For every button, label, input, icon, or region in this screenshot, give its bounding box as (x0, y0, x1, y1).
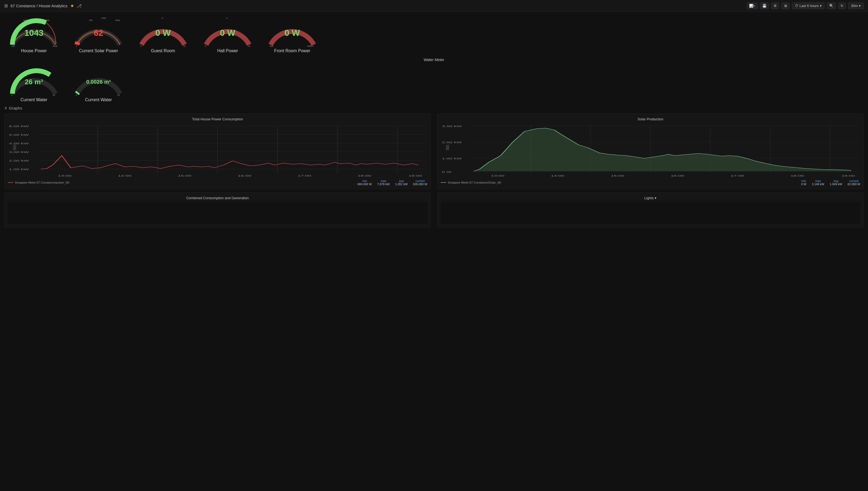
hall-power-gauge-svg: 0 5 10 0 W (201, 15, 254, 47)
header-right: 📊+ 💾 ⚙ 🖥 ⏱ Last 6 hours ▾ 🔍 ↻ 30m ▾ (747, 2, 864, 9)
lights-chart-placeholder (441, 202, 860, 224)
house-power-value: 1043 (24, 28, 43, 38)
chevron-down-lights-icon[interactable]: ▾ (655, 196, 656, 200)
stat-min-2: min 0 W (801, 179, 806, 186)
house-power-gauge-svg: 300 3000 5000 3008 1043 (7, 15, 61, 47)
legend-name-1: Smappee Meter:67 Constance(power_W) (15, 181, 69, 184)
svg-text:2.00 kW: 2.00 kW (442, 141, 462, 144)
svg-text:13:00: 13:00 (491, 174, 505, 177)
front-room-gauge-svg: 000 3098.4 0 W (265, 15, 319, 47)
zoom-button[interactable]: 🔍 (827, 2, 836, 9)
solar-chart-area: 3.00 kW 2.00 kW 1.00 kW 0 W 13:00 14 (441, 123, 860, 177)
refresh-button[interactable]: ↻ (838, 2, 846, 9)
svg-text:19:00: 19:00 (408, 174, 422, 177)
stat-max-1: max 7.878 kW (377, 179, 390, 186)
guest-room-label: Guest Room (151, 49, 175, 53)
stat-avg-1: avg 1.281 kW (395, 179, 407, 186)
main-content: 300 3000 5000 3008 1043 House Power 0 (0, 12, 868, 230)
svg-text:5: 5 (226, 17, 228, 19)
svg-text:0: 0 (11, 94, 13, 96)
svg-text:18:00: 18:00 (790, 174, 804, 177)
chart-plus-icon: 📊+ (749, 4, 755, 8)
legend-line-2 (441, 182, 446, 183)
time-range-label: Last 6 hours (799, 4, 819, 8)
svg-text:250: 250 (89, 19, 93, 22)
svg-text:1.00 kW: 1.00 kW (9, 168, 29, 171)
svg-text:19:00: 19:00 (841, 174, 855, 177)
water-row: 0 50 26 m³ Current Water 0 18 0.0026 m³ … (4, 64, 864, 102)
svg-text:10: 10 (183, 45, 186, 47)
graphs-section-label: Graphs (9, 106, 22, 110)
water-value-2: 0.0026 m³ (86, 79, 111, 85)
svg-text:0: 0 (205, 45, 206, 47)
svg-text:18: 18 (117, 94, 120, 96)
svg-text:3.00 kW: 3.00 kW (9, 151, 29, 153)
star-icon[interactable]: ★ (70, 3, 74, 8)
solar-chart-legend: Smappee Meter:67 Constance(Solar_W) min … (441, 179, 860, 186)
monitor-icon: 🖥 (784, 4, 787, 8)
svg-text:1500: 1500 (101, 17, 106, 19)
svg-text:0 W: 0 W (442, 171, 452, 173)
legend-name-2: Smappee Meter:67 Constance(Solar_W) (448, 181, 501, 184)
guest-room-gauge-svg: 0 5 10 0 W (136, 15, 190, 47)
graphs-header[interactable]: ∨ Graphs (4, 106, 864, 110)
legend-left-2: Smappee Meter:67 Constance(Solar_W) (441, 181, 501, 184)
stat-current-1: current 926.000 W (413, 179, 427, 186)
stat-min-1: min 684.000 W (358, 179, 372, 186)
water-gauge-2: 0 18 0.0026 m³ Current Water (69, 64, 128, 102)
svg-text:14:00: 14:00 (118, 174, 131, 177)
share-icon[interactable]: ⎇ (77, 3, 82, 8)
save-button[interactable]: 💾 (760, 2, 769, 9)
refresh-interval-button[interactable]: 30m ▾ (848, 2, 864, 9)
guest-room-gauge: 0 5 10 0 W Guest Room (133, 15, 193, 53)
gear-icon: ⚙ (774, 4, 777, 8)
svg-text:0: 0 (76, 45, 77, 47)
svg-text:3000: 3000 (115, 19, 120, 22)
display-button[interactable]: 🖥 (781, 2, 790, 9)
svg-text:16:00: 16:00 (238, 174, 252, 177)
solar-chart-title: Solar Production (441, 117, 860, 121)
svg-text:6.00 kW: 6.00 kW (9, 125, 29, 127)
water-section-label: Water Meter (4, 58, 864, 62)
svg-text:18:00: 18:00 (358, 174, 371, 177)
stat-current-2: current 62.000 W (847, 179, 860, 186)
add-panel-button[interactable]: 📊+ (747, 2, 758, 9)
combined-chart-placeholder (8, 202, 427, 224)
svg-text:10: 10 (248, 45, 250, 47)
svg-text:17:00: 17:00 (298, 174, 311, 177)
svg-text:3000: 3000 (23, 19, 28, 22)
svg-text:Watts: Watts (444, 145, 450, 150)
time-range-button[interactable]: ⏱ Last 6 hours ▾ (792, 2, 825, 9)
svg-text:3008: 3008 (53, 45, 58, 47)
water-gauge-1-svg: 0 50 26 m³ (7, 64, 61, 96)
svg-text:5.00 kW: 5.00 kW (9, 134, 29, 136)
front-room-value: 0 W (285, 28, 300, 38)
svg-text:50: 50 (53, 94, 55, 96)
svg-text:13:00: 13:00 (58, 174, 72, 177)
water-gauge-2-svg: 0 18 0.0026 m³ (71, 64, 125, 96)
legend-stats-1: min 684.000 W max 7.878 kW avg 1.281 kW (358, 179, 427, 186)
front-room-label: Front Room Power (274, 49, 310, 53)
solar-power-gauge: 0 250 1500 3000 62 Current Solar Power (69, 15, 128, 53)
solar-power-label: Current Solar Power (79, 49, 118, 53)
hall-power-gauge: 0 5 10 0 W Hall Power (198, 15, 257, 53)
svg-text:16:00: 16:00 (671, 174, 684, 177)
breadcrumb: 67 Constance / House Analytics (10, 3, 67, 8)
svg-text:14:00: 14:00 (551, 174, 564, 177)
svg-text:3.00 kW: 3.00 kW (442, 125, 462, 127)
svg-marker-68 (473, 128, 851, 171)
water-gauge-1: 0 50 26 m³ Current Water (4, 64, 63, 102)
svg-text:5000: 5000 (45, 19, 50, 22)
house-power-chart-area: 6.00 kW 5.00 kW 4.00 kW 3.00 kW 2.00 kW … (8, 123, 427, 177)
house-power-chart-title: Total House Power Consumption (8, 117, 427, 121)
settings-button[interactable]: ⚙ (771, 2, 779, 9)
combined-title-row: Combined Consumption and Generation (8, 196, 427, 200)
hall-power-value: 0 W (220, 28, 236, 38)
grid-icon: ⊞ (4, 3, 8, 8)
chevron-down-small-icon: ▾ (859, 4, 861, 8)
legend-line-1 (8, 182, 13, 183)
chevron-down-graphs-icon: ∨ (4, 106, 7, 110)
house-power-label: House Power (21, 49, 47, 53)
zoom-icon: 🔍 (829, 4, 834, 8)
svg-text:4.00 kW: 4.00 kW (9, 142, 29, 145)
